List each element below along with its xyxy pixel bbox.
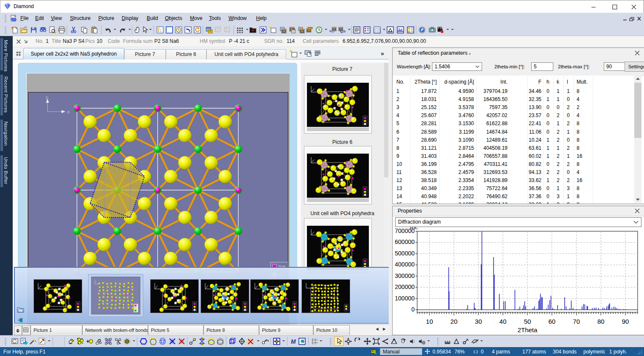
svg-text:b: b [46, 95, 48, 100]
svg-text:30: 30 [475, 318, 482, 325]
svg-text:Int.: Int. [410, 227, 418, 230]
svg-text:10: 10 [426, 318, 433, 325]
svg-text:20: 20 [450, 318, 457, 325]
svg-text:M: M [291, 338, 296, 345]
svg-text:a: a [67, 109, 70, 114]
svg-text:40: 40 [499, 318, 507, 325]
svg-text:2Theta: 2Theta [518, 326, 538, 334]
svg-text:Fe: Fe [266, 339, 269, 342]
svg-text:0: 0 [411, 306, 415, 313]
svg-text:600000: 600000 [395, 238, 415, 245]
svg-text:60: 60 [548, 318, 555, 325]
svg-text:70: 70 [573, 318, 580, 325]
svg-text:200000: 200000 [395, 283, 415, 290]
svg-text:500000: 500000 [395, 250, 415, 257]
svg-text:400000: 400000 [395, 261, 415, 268]
svg-text:90: 90 [622, 318, 629, 325]
svg-text:300000: 300000 [395, 272, 415, 279]
svg-text:50: 50 [524, 318, 531, 325]
svg-text:80: 80 [597, 318, 605, 325]
svg-text:100000: 100000 [395, 295, 415, 302]
